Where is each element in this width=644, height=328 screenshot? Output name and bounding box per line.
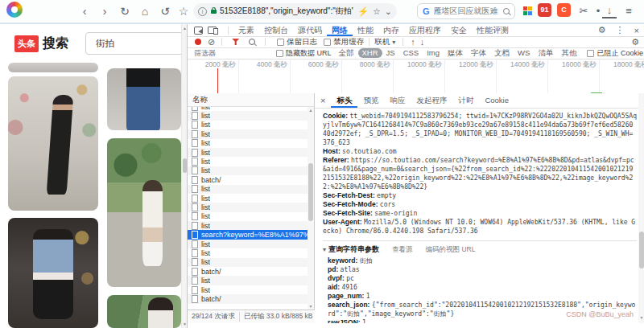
photo-denim-jacket[interactable] — [8, 218, 98, 328]
photo-white-blouse[interactable] — [107, 138, 181, 287]
more-options-icon[interactable]: ⋮ — [611, 25, 630, 35]
chevron-down-icon[interactable]: ⌄ — [385, 6, 392, 17]
filter-pill[interactable]: 其他 — [557, 48, 580, 58]
filter-pill[interactable]: Img — [423, 48, 444, 58]
devtools-tab[interactable]: 性能 — [353, 24, 378, 36]
detail-tab[interactable]: 响应 — [384, 93, 411, 108]
record-icon[interactable] — [195, 39, 201, 45]
request-row[interactable]: list — [188, 212, 314, 221]
request-row[interactable]: list — [188, 221, 314, 230]
filter-pill[interactable]: 媒体 — [444, 48, 467, 58]
detail-tab[interactable]: 预览 — [357, 93, 384, 108]
disable-cache-checkbox[interactable] — [324, 39, 331, 46]
request-row[interactable]: list — [188, 121, 314, 129]
bookmark-star-icon[interactable]: ☆ — [175, 0, 192, 23]
list-scroll-down-icon[interactable]: ▼ — [308, 304, 314, 309]
detail-scroll-down-icon[interactable]: ▼ — [638, 315, 644, 320]
page-search-input[interactable]: 街拍 — [85, 32, 181, 55]
network-settings-gear-icon[interactable]: ⚙ — [626, 37, 644, 47]
request-list-scrollbar[interactable]: ▲ ▼ — [308, 107, 314, 310]
throttling-select[interactable]: 联机 — [374, 37, 390, 47]
request-row[interactable]: list — [188, 258, 314, 267]
request-row[interactable]: list — [188, 203, 314, 211]
scissors-icon[interactable]: ✂ — [576, 0, 591, 23]
request-row[interactable]: list — [188, 111, 314, 120]
menu-icon[interactable]: ≡ — [621, 0, 636, 23]
request-row[interactable]: list — [188, 185, 314, 194]
inspect-element-icon[interactable] — [194, 27, 203, 35]
request-row[interactable]: list — [188, 276, 314, 285]
download-icon[interactable]: ↓ — [602, 2, 617, 18]
section-caret-icon[interactable]: ▾ — [323, 246, 328, 253]
view-url-encoded-link[interactable]: 编码的视图 URL — [426, 245, 476, 255]
detail-scrollbar[interactable]: ▼ — [638, 93, 644, 323]
throttling-caret-icon[interactable]: ▾ — [390, 39, 398, 46]
request-row[interactable]: list — [188, 129, 314, 138]
undo-icon[interactable]: ↺ — [157, 0, 173, 23]
filter-funnel-icon[interactable] — [232, 39, 239, 45]
photo-partial-strip[interactable] — [8, 63, 98, 72]
request-row[interactable]: list — [188, 285, 314, 294]
filter-pill[interactable]: 清单 — [534, 48, 557, 58]
device-toolbar-icon[interactable] — [208, 27, 217, 34]
request-row[interactable]: list — [188, 166, 314, 175]
forward-icon[interactable]: › — [97, 0, 113, 23]
request-row[interactable]: batch/ — [188, 175, 314, 184]
filter-pill[interactable]: XHR — [358, 48, 382, 58]
info-icon[interactable]: i — [198, 7, 207, 16]
request-row[interactable]: batch/ — [188, 267, 314, 276]
devtools-tab[interactable]: 源代码 — [293, 24, 327, 36]
home-icon[interactable]: ⌂ — [137, 0, 153, 23]
detail-tab[interactable]: Cookie — [479, 93, 514, 108]
request-row[interactable]: list — [188, 139, 314, 148]
devtools-tab[interactable]: 性能评测 — [472, 24, 514, 36]
search-icon[interactable] — [503, 8, 510, 14]
devtools-tab[interactable]: 元素 — [233, 24, 259, 36]
preserve-log-checkbox[interactable] — [277, 39, 284, 46]
detail-close-icon[interactable]: × — [315, 96, 331, 105]
extension-91-icon[interactable]: 91 — [538, 3, 551, 17]
filter-pill[interactable]: 字体 — [467, 48, 490, 58]
request-row[interactable]: list — [188, 157, 314, 166]
settings-gear-icon[interactable]: ⚙ — [593, 25, 611, 35]
filter-input[interactable] — [192, 48, 270, 58]
request-row[interactable]: list — [188, 148, 314, 157]
apps-grid-icon[interactable] — [523, 6, 532, 15]
filter-pill[interactable]: WS — [514, 48, 534, 58]
page-scrollbar[interactable]: ▲ ▼ — [181, 24, 187, 328]
url-text[interactable]: 51532E8188","origin_keyword":"街拍","image… — [220, 6, 353, 17]
devtools-tab[interactable]: 控制台 — [259, 24, 293, 36]
reload-icon[interactable]: ↻ — [117, 0, 133, 23]
devtools-tab[interactable]: 内存 — [378, 24, 404, 36]
photo-jeans-crop[interactable] — [107, 68, 181, 130]
quick-search-text[interactable]: 雁塔区回应就医难 — [434, 6, 503, 17]
detail-tab[interactable]: 计时 — [452, 93, 479, 108]
request-row-selected[interactable]: search?keyword=%E8%A1%97%E6%8B%8D&pd=atl… — [188, 230, 314, 239]
url-bar[interactable]: i 51532E8188","origin_keyword":"街拍","ima… — [193, 3, 397, 19]
request-row[interactable]: list — [188, 248, 314, 257]
devtools-tab[interactable]: 应用程序 — [404, 24, 446, 36]
request-list-header[interactable]: 名称 — [188, 93, 315, 107]
filter-pill[interactable]: 全部 — [335, 48, 358, 58]
blocked-cookies-checkbox[interactable] — [587, 50, 594, 57]
list-scrollbar-thumb[interactable] — [308, 163, 313, 221]
photo-greenery[interactable] — [107, 295, 181, 328]
photo-street-black-dress[interactable] — [8, 76, 98, 211]
devtools-tab[interactable]: 网络 — [327, 24, 353, 36]
detail-scrollbar-thumb[interactable] — [639, 232, 644, 269]
request-row[interactable]: list — [188, 194, 314, 203]
detail-tab[interactable]: 标头 — [331, 93, 357, 108]
devtools-tab[interactable]: 安全 — [446, 24, 472, 36]
list-scroll-up-icon[interactable]: ▲ — [308, 108, 314, 113]
extension-csdn-icon[interactable]: C — [557, 3, 571, 17]
toutiao-logo[interactable]: 头条 搜索 — [14, 35, 68, 52]
quick-search-box[interactable]: G 雁塔区回应就医难 — [417, 3, 515, 19]
filter-pill[interactable]: 文档 — [490, 48, 514, 58]
view-source-link[interactable]: 查看源 — [392, 245, 413, 255]
name-column-header[interactable]: 名称 — [192, 95, 208, 104]
network-overview-timeline[interactable]: 2000 毫秒4000 毫秒6000 毫秒8000 毫秒10000 毫秒1200… — [188, 59, 644, 94]
request-row[interactable]: list — [188, 240, 314, 248]
filter-pill[interactable]: JS — [382, 48, 399, 58]
hide-data-urls-checkbox[interactable] — [276, 50, 283, 57]
filter-pill[interactable]: CSS — [399, 48, 423, 58]
